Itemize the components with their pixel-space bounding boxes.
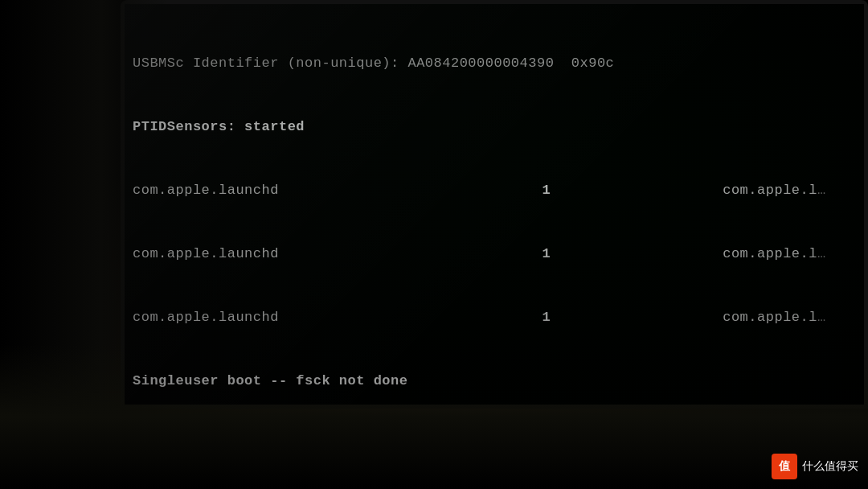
watermark-text: 什么值得买 <box>802 459 858 474</box>
terminal-line: com.apple.launchd 1 com.apple.l… <box>133 307 856 328</box>
terminal-content: USBMSc Identifier (non-unique): AA084200… <box>125 4 864 405</box>
watermark: 值 什么值得买 <box>772 454 858 479</box>
watermark-logo: 值 <box>772 454 797 479</box>
terminal-line: PTIDSensors: started <box>133 117 856 138</box>
terminal-line-singleuser: Singleuser boot -- fsck not done <box>133 371 856 392</box>
terminal-line: com.apple.launchd 1 com.apple.l… <box>133 180 856 201</box>
terminal-line: USBMSc Identifier (non-unique): AA084200… <box>133 53 856 74</box>
terminal-line: com.apple.launchd 1 com.apple.l… <box>133 244 856 265</box>
terminal-screen: USBMSc Identifier (non-unique): AA084200… <box>125 4 864 405</box>
photo-frame: USBMSc Identifier (non-unique): AA084200… <box>0 0 868 489</box>
